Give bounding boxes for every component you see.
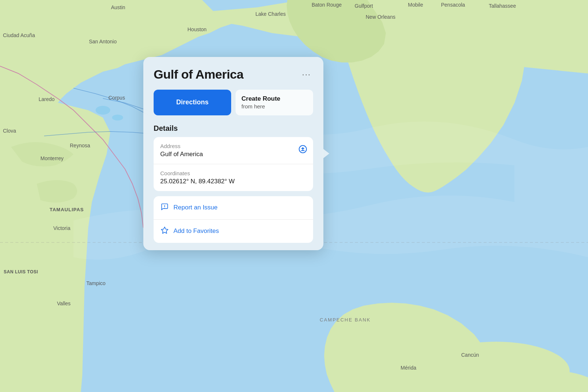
- svg-point-4: [112, 115, 123, 121]
- svg-point-3: [96, 106, 110, 115]
- actions-card: Report an Issue Add to Favorites: [154, 196, 313, 243]
- favorites-icon: [160, 226, 169, 236]
- place-title: Gulf of America: [154, 67, 243, 82]
- coordinates-field-label: Coordinates: [160, 170, 306, 176]
- report-issue-label: Report an Issue: [173, 204, 218, 211]
- add-favorites-label: Add to Favorites: [173, 227, 219, 235]
- coordinates-row: Coordinates 25.02612° N, 89.42382° W: [154, 164, 313, 191]
- directions-button[interactable]: Directions: [154, 90, 231, 115]
- more-options-button[interactable]: ···: [300, 68, 313, 81]
- report-icon: [160, 203, 169, 213]
- svg-marker-9: [161, 227, 168, 233]
- address-field-value: Gulf of America: [160, 151, 306, 158]
- details-card: Address Gulf of America Coordinates 25.0…: [154, 137, 313, 191]
- address-row: Address Gulf of America: [154, 137, 313, 164]
- address-field-label: Address: [160, 143, 306, 149]
- add-favorites-button[interactable]: Add to Favorites: [154, 219, 313, 243]
- card-bottom-spacer: [154, 243, 313, 250]
- card-header: Gulf of America ···: [154, 67, 313, 82]
- coordinates-field-value: 25.02612° N, 89.42382° W: [160, 178, 306, 185]
- location-popup-card: Gulf of America ··· Directions Create Ro…: [143, 57, 323, 250]
- create-route-label: Create Route: [241, 95, 307, 103]
- action-buttons-row: Directions Create Route from here: [154, 90, 313, 115]
- details-heading: Details: [154, 124, 313, 133]
- create-route-button[interactable]: Create Route from here: [236, 90, 313, 115]
- report-issue-button[interactable]: Report an Issue: [154, 196, 313, 219]
- share-address-button[interactable]: [298, 145, 307, 156]
- create-route-sublabel: from here: [241, 103, 307, 110]
